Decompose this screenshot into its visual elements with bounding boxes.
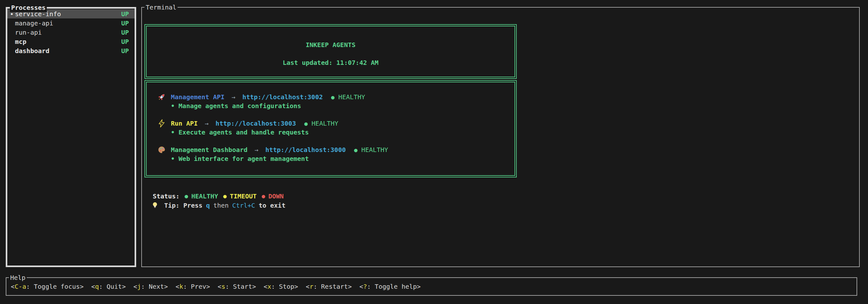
shortcut-restart: rRestart [306, 283, 352, 290]
process-row-dashboard[interactable]: dashboard UP [7, 46, 134, 55]
service-name: Management Dashboard [171, 146, 248, 154]
shortcut-label: Start [225, 283, 252, 290]
process-name: manage-api [15, 20, 53, 27]
shortcut-next: jNext [133, 283, 168, 290]
service-line: Management Dashboard → http://localhost:… [157, 145, 515, 154]
service-description-line: • Web interface for agent management [171, 154, 515, 163]
service-description-line: • Execute agents and handle requests [171, 128, 515, 137]
processes-panel: Processes • service-info UP manage-api U… [6, 7, 136, 267]
rocket-icon [157, 93, 166, 101]
light-bulb-icon [151, 202, 158, 209]
status-legend-label: Status: [153, 192, 180, 200]
agents-header-box: INKEEP AGENTS Last updated: 11:07:42 AM [145, 24, 517, 79]
shortcut-key: q [95, 283, 99, 290]
service-run-api: Run API → http://localhost:3003 ● HEALTH… [157, 119, 515, 137]
shortcut-key: C-a [14, 283, 26, 290]
tip-prefix: Tip: Press [164, 202, 203, 209]
shortcut-key: j [137, 283, 141, 290]
process-status-badge: UP [121, 29, 129, 36]
service-description: Manage agents and configurations [179, 102, 301, 110]
tip-key-ctrl-c: Ctrl+C [232, 202, 255, 209]
tui-screen: Processes • service-info UP manage-api U… [0, 0, 868, 304]
tip-key-q: q [206, 202, 210, 209]
service-management-api: Management API → http://localhost:3002 ●… [157, 93, 515, 110]
shortcut-label: Next [141, 283, 164, 290]
shortcut-key: k [180, 283, 183, 290]
shortcut-toggle-focus: C-aToggle focus [11, 283, 84, 290]
tip-suffix: to exit [259, 202, 285, 209]
service-line: Run API → http://localhost:3003 ● HEALTH… [157, 119, 515, 128]
shortcut-key: r [310, 283, 313, 290]
tip-middle: then [213, 202, 228, 209]
help-panel: Help C-aToggle focus qQuit jNext kPrev s… [6, 277, 857, 296]
arrow-glyph: → [231, 93, 236, 101]
services-box: Management API → http://localhost:3002 ●… [145, 80, 517, 177]
process-name: mcp [15, 38, 26, 45]
shortcut-toggle-help: ?Toggle help [359, 283, 421, 290]
process-name: dashboard [15, 47, 49, 55]
process-status-badge: UP [121, 20, 129, 27]
shortcut-stop: xStop [264, 283, 298, 290]
healthy-dot-icon: ● [185, 193, 188, 199]
legend-timeout-label: TIMEOUT [230, 192, 256, 200]
processes-panel-title: Processes [10, 3, 47, 12]
shortcut-label: Toggle help [367, 283, 417, 290]
service-name: Management API [171, 93, 225, 101]
help-shortcuts-line: C-aToggle focus qQuit jNext kPrev sStart… [6, 278, 857, 295]
process-list: • service-info UP manage-api UP run-api … [7, 9, 134, 55]
shortcut-key: s [221, 283, 225, 290]
shortcut-label: Prev [183, 283, 206, 290]
service-url-link[interactable]: http://localhost:3002 [243, 93, 323, 101]
service-line: Management API → http://localhost:3002 ●… [157, 93, 515, 101]
terminal-panel-title: Terminal [145, 3, 178, 12]
service-status: HEALTHY [362, 146, 388, 154]
shortcut-label: Quit [99, 283, 122, 290]
service-status: HEALTHY [338, 93, 365, 101]
process-status-badge: UP [121, 38, 129, 45]
down-dot-icon: ● [262, 193, 266, 199]
service-description-line: • Manage agents and configurations [171, 101, 515, 110]
arrow-glyph: → [254, 146, 258, 154]
palette-icon [157, 146, 166, 154]
bullet-glyph: • [171, 102, 175, 110]
shortcut-key: ? [363, 283, 367, 290]
service-url-link[interactable]: http://localhost:3000 [266, 146, 346, 154]
service-status: HEALTHY [311, 120, 338, 127]
service-management-dashboard: Management Dashboard → http://localhost:… [157, 145, 515, 163]
shortcut-quit: qQuit [91, 283, 126, 290]
shortcut-label: Toggle focus [26, 283, 80, 290]
process-row-run-api[interactable]: run-api UP [7, 28, 134, 37]
timeout-dot-icon: ● [223, 193, 226, 199]
shortcut-prev: kPrev [176, 283, 210, 290]
process-name: run-api [15, 29, 42, 36]
service-name: Run API [171, 120, 197, 127]
terminal-panel: Terminal INKEEP AGENTS Last updated: 11:… [141, 7, 860, 267]
status-legend: Status: ● HEALTHY ● TIMEOUT ● DOWN [153, 192, 284, 201]
healthy-dot-icon: ● [331, 94, 335, 100]
service-description: Web interface for agent management [179, 155, 309, 163]
lightning-icon [157, 119, 166, 128]
service-url-link[interactable]: http://localhost:3003 [215, 120, 296, 127]
process-row-mcp[interactable]: mcp UP [7, 37, 134, 46]
last-updated-text: Last updated: 11:07:42 AM [147, 58, 515, 67]
process-row-manage-api[interactable]: manage-api UP [7, 19, 134, 28]
process-status-badge: UP [121, 47, 129, 55]
shortcut-label: Stop [271, 283, 294, 290]
bullet-glyph: • [171, 129, 175, 136]
bullet-glyph: • [171, 155, 175, 163]
agents-title: INKEEP AGENTS [147, 40, 515, 49]
healthy-dot-icon: ● [304, 120, 308, 127]
legend-healthy-label: HEALTHY [191, 192, 218, 200]
shortcut-label: Restart [313, 283, 348, 290]
arrow-glyph: → [205, 120, 209, 127]
process-status-badge: UP [121, 10, 129, 18]
legend-down-label: DOWN [268, 192, 283, 200]
help-panel-title: Help [9, 273, 27, 282]
shortcut-key: x [268, 283, 271, 290]
healthy-dot-icon: ● [354, 146, 358, 153]
shortcut-start: sStart [218, 283, 256, 290]
tip-line: Tip: Press q then Ctrl+C to exit [151, 201, 285, 210]
service-description: Execute agents and handle requests [179, 129, 309, 136]
